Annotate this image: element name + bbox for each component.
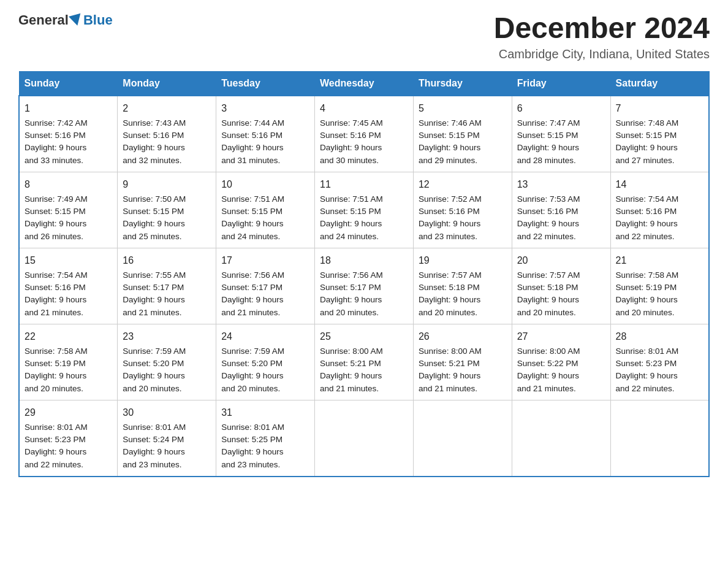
calendar-cell: 20 Sunrise: 7:57 AM Sunset: 5:18 PM Dayl… bbox=[512, 248, 610, 324]
calendar-cell: 29 Sunrise: 8:01 AM Sunset: 5:23 PM Dayl… bbox=[19, 400, 118, 477]
calendar-cell bbox=[413, 400, 512, 477]
calendar-week-row: 29 Sunrise: 8:01 AM Sunset: 5:23 PM Dayl… bbox=[19, 400, 709, 477]
day-number: 9 bbox=[123, 177, 211, 192]
daylight-text: Daylight: 9 hoursand 20 minutes. bbox=[616, 295, 678, 316]
day-number: 14 bbox=[616, 177, 703, 192]
daylight-text: Daylight: 9 hoursand 20 minutes. bbox=[320, 295, 382, 316]
daylight-text: Daylight: 9 hoursand 23 minutes. bbox=[123, 447, 184, 469]
col-monday: Monday bbox=[118, 71, 216, 96]
col-saturday: Saturday bbox=[610, 71, 709, 96]
col-tuesday: Tuesday bbox=[216, 71, 315, 96]
daylight-text: Daylight: 9 hoursand 23 minutes. bbox=[221, 447, 283, 469]
calendar-cell: 11 Sunrise: 7:51 AM Sunset: 5:15 PM Dayl… bbox=[315, 172, 414, 248]
sunrise-text: Sunrise: 7:45 AM bbox=[320, 118, 383, 128]
sunset-text: Sunset: 5:17 PM bbox=[320, 283, 381, 292]
sunset-text: Sunset: 5:25 PM bbox=[221, 435, 282, 444]
sunrise-text: Sunrise: 7:54 AM bbox=[25, 270, 88, 280]
day-number: 8 bbox=[25, 177, 112, 192]
calendar-cell: 12 Sunrise: 7:52 AM Sunset: 5:16 PM Dayl… bbox=[413, 172, 512, 248]
sunrise-text: Sunrise: 7:42 AM bbox=[25, 118, 88, 128]
sunset-text: Sunset: 5:16 PM bbox=[419, 207, 480, 216]
day-number: 13 bbox=[517, 177, 605, 192]
sunrise-text: Sunrise: 7:56 AM bbox=[320, 270, 383, 280]
sunrise-text: Sunrise: 8:00 AM bbox=[320, 347, 383, 356]
sunset-text: Sunset: 5:17 PM bbox=[123, 283, 184, 292]
calendar-week-row: 1 Sunrise: 7:42 AM Sunset: 5:16 PM Dayli… bbox=[19, 96, 709, 172]
sunrise-text: Sunrise: 7:50 AM bbox=[123, 194, 186, 204]
calendar-cell: 21 Sunrise: 7:58 AM Sunset: 5:19 PM Dayl… bbox=[610, 248, 709, 324]
calendar-week-row: 8 Sunrise: 7:49 AM Sunset: 5:15 PM Dayli… bbox=[19, 172, 709, 248]
daylight-text: Daylight: 9 hoursand 31 minutes. bbox=[221, 143, 283, 164]
day-number: 16 bbox=[123, 253, 211, 268]
sunrise-text: Sunrise: 7:49 AM bbox=[25, 194, 88, 204]
day-number: 19 bbox=[419, 253, 507, 268]
daylight-text: Daylight: 9 hoursand 22 minutes. bbox=[25, 447, 86, 469]
calendar-cell: 18 Sunrise: 7:56 AM Sunset: 5:17 PM Dayl… bbox=[315, 248, 414, 324]
calendar-cell: 7 Sunrise: 7:48 AM Sunset: 5:15 PM Dayli… bbox=[610, 96, 709, 172]
day-number: 23 bbox=[123, 329, 211, 344]
sunrise-text: Sunrise: 7:59 AM bbox=[221, 347, 284, 356]
daylight-text: Daylight: 9 hoursand 23 minutes. bbox=[419, 219, 480, 240]
daylight-text: Daylight: 9 hoursand 21 minutes. bbox=[419, 371, 480, 393]
day-number: 7 bbox=[616, 101, 703, 116]
sunset-text: Sunset: 5:21 PM bbox=[419, 359, 480, 368]
sunset-text: Sunset: 5:18 PM bbox=[517, 283, 578, 292]
daylight-text: Daylight: 9 hoursand 20 minutes. bbox=[123, 371, 184, 393]
sunrise-text: Sunrise: 7:46 AM bbox=[419, 118, 482, 128]
daylight-text: Daylight: 9 hoursand 20 minutes. bbox=[419, 295, 480, 316]
day-number: 30 bbox=[123, 405, 211, 420]
sunrise-text: Sunrise: 7:53 AM bbox=[517, 194, 580, 204]
sunset-text: Sunset: 5:15 PM bbox=[221, 207, 282, 216]
calendar-table: Sunday Monday Tuesday Wednesday Thursday… bbox=[18, 71, 710, 477]
daylight-text: Daylight: 9 hoursand 21 minutes. bbox=[517, 371, 579, 393]
sunset-text: Sunset: 5:16 PM bbox=[517, 207, 578, 216]
daylight-text: Daylight: 9 hoursand 25 minutes. bbox=[123, 219, 184, 240]
calendar-cell: 19 Sunrise: 7:57 AM Sunset: 5:18 PM Dayl… bbox=[413, 248, 512, 324]
daylight-text: Daylight: 9 hoursand 21 minutes. bbox=[320, 371, 382, 393]
sunset-text: Sunset: 5:20 PM bbox=[123, 359, 184, 368]
day-number: 2 bbox=[123, 101, 211, 116]
daylight-text: Daylight: 9 hoursand 20 minutes. bbox=[221, 371, 283, 393]
sunset-text: Sunset: 5:16 PM bbox=[320, 131, 381, 140]
sunrise-text: Sunrise: 7:54 AM bbox=[616, 194, 679, 204]
sunset-text: Sunset: 5:16 PM bbox=[25, 283, 86, 292]
daylight-text: Daylight: 9 hoursand 26 minutes. bbox=[25, 219, 86, 240]
logo-general-text: General bbox=[18, 12, 69, 28]
sunset-text: Sunset: 5:21 PM bbox=[320, 359, 381, 368]
calendar-cell: 30 Sunrise: 8:01 AM Sunset: 5:24 PM Dayl… bbox=[118, 400, 216, 477]
sunrise-text: Sunrise: 7:47 AM bbox=[517, 118, 580, 128]
calendar-cell: 22 Sunrise: 7:58 AM Sunset: 5:19 PM Dayl… bbox=[19, 324, 118, 400]
sunrise-text: Sunrise: 7:57 AM bbox=[517, 270, 580, 280]
day-number: 22 bbox=[25, 329, 112, 344]
calendar-cell: 5 Sunrise: 7:46 AM Sunset: 5:15 PM Dayli… bbox=[413, 96, 512, 172]
day-number: 21 bbox=[616, 253, 703, 268]
calendar-cell: 16 Sunrise: 7:55 AM Sunset: 5:17 PM Dayl… bbox=[118, 248, 216, 324]
sunset-text: Sunset: 5:23 PM bbox=[616, 359, 677, 368]
calendar-week-row: 15 Sunrise: 7:54 AM Sunset: 5:16 PM Dayl… bbox=[19, 248, 709, 324]
calendar-cell: 27 Sunrise: 8:00 AM Sunset: 5:22 PM Dayl… bbox=[512, 324, 610, 400]
day-number: 27 bbox=[517, 329, 605, 344]
daylight-text: Daylight: 9 hoursand 21 minutes. bbox=[123, 295, 184, 316]
day-number: 4 bbox=[320, 101, 408, 116]
daylight-text: Daylight: 9 hoursand 20 minutes. bbox=[25, 371, 86, 393]
sunset-text: Sunset: 5:24 PM bbox=[123, 435, 184, 444]
sunrise-text: Sunrise: 8:01 AM bbox=[616, 347, 679, 356]
sunset-text: Sunset: 5:15 PM bbox=[517, 131, 578, 140]
daylight-text: Daylight: 9 hoursand 21 minutes. bbox=[25, 295, 86, 316]
calendar-cell: 31 Sunrise: 8:01 AM Sunset: 5:25 PM Dayl… bbox=[216, 400, 315, 477]
sunset-text: Sunset: 5:22 PM bbox=[517, 359, 578, 368]
calendar-cell: 3 Sunrise: 7:44 AM Sunset: 5:16 PM Dayli… bbox=[216, 96, 315, 172]
sunrise-text: Sunrise: 8:01 AM bbox=[221, 423, 284, 432]
sunrise-text: Sunrise: 7:58 AM bbox=[25, 347, 88, 356]
sunrise-text: Sunrise: 7:55 AM bbox=[123, 270, 186, 280]
title-block: December 2024 Cambridge City, Indiana, U… bbox=[494, 12, 710, 61]
calendar-cell: 1 Sunrise: 7:42 AM Sunset: 5:16 PM Dayli… bbox=[19, 96, 118, 172]
daylight-text: Daylight: 9 hoursand 20 minutes. bbox=[517, 295, 579, 316]
calendar-cell: 6 Sunrise: 7:47 AM Sunset: 5:15 PM Dayli… bbox=[512, 96, 610, 172]
page-header: General Blue December 2024 Cambridge Cit… bbox=[18, 12, 710, 61]
sunrise-text: Sunrise: 7:51 AM bbox=[320, 194, 383, 204]
sunrise-text: Sunrise: 8:01 AM bbox=[123, 423, 186, 432]
day-number: 31 bbox=[221, 405, 309, 420]
day-number: 1 bbox=[25, 101, 112, 116]
daylight-text: Daylight: 9 hoursand 21 minutes. bbox=[221, 295, 283, 316]
